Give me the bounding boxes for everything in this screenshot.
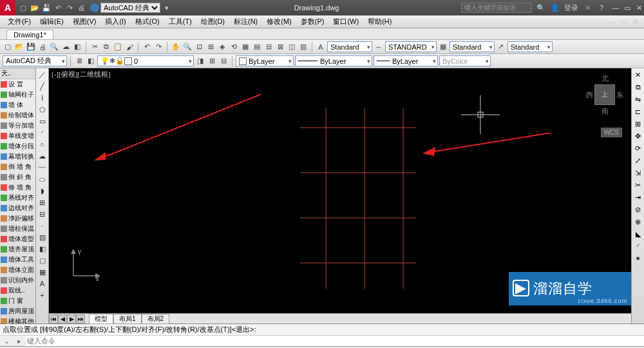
break-icon[interactable]: ⊘: [633, 204, 643, 215]
document-tab[interactable]: Drawing1*: [6, 30, 53, 39]
tz-item-17[interactable]: 墙体工具: [0, 255, 35, 265]
point-icon[interactable]: ·: [37, 220, 48, 231]
mirror-icon[interactable]: ⇋: [633, 94, 643, 104]
color-combo[interactable]: ByLayer: [236, 55, 294, 66]
pan-icon[interactable]: ✋: [171, 42, 181, 52]
ellipse-arc-icon[interactable]: ◗: [37, 186, 48, 196]
open-icon[interactable]: 📂: [30, 3, 40, 13]
viewport-label[interactable]: [-][俯视][二维线框]: [52, 70, 111, 79]
stretch-icon[interactable]: ⇲: [633, 168, 643, 178]
workspace-dropdown[interactable]: AutoCAD 经典: [100, 3, 160, 13]
sheet-icon[interactable]: ▦: [240, 42, 251, 52]
tz-item-6[interactable]: 墙体分段: [0, 141, 35, 151]
paste-icon[interactable]: 📋: [113, 42, 123, 52]
layout-tab-2[interactable]: 布局2: [142, 314, 170, 324]
panel-header[interactable]: 天..: [0, 68, 35, 79]
zoom-window-icon[interactable]: ⊡: [194, 42, 204, 52]
save-icon[interactable]: 💾: [41, 3, 52, 13]
xline-icon[interactable]: ╱: [37, 81, 48, 92]
login-link[interactable]: 登录: [564, 3, 578, 13]
textstyle-combo[interactable]: Standard: [327, 41, 372, 52]
tz-item-0[interactable]: 设 置: [0, 79, 35, 90]
linetype-combo[interactable]: ByLayer: [295, 55, 372, 66]
mleaderstyle-combo[interactable]: Standard: [507, 41, 553, 52]
open-file-icon[interactable]: 📂: [14, 42, 24, 52]
user-icon[interactable]: 👤: [550, 3, 560, 13]
viewcube-east[interactable]: 东: [616, 90, 623, 100]
menu-format[interactable]: 格式(O): [131, 15, 164, 28]
search-icon[interactable]: 🔍: [536, 3, 546, 13]
dropdown-icon[interactable]: ▾: [162, 3, 172, 13]
region-icon[interactable]: ▢: [37, 255, 48, 266]
menu-window[interactable]: 窗口(W): [329, 15, 363, 28]
command-input[interactable]: [26, 336, 644, 346]
join-icon[interactable]: ⊕: [633, 217, 643, 227]
menu-view[interactable]: 视图(V): [69, 15, 100, 28]
layout-tab-1[interactable]: 布局1: [113, 314, 142, 324]
zoom-realtime-icon[interactable]: 🔍: [182, 42, 193, 52]
tz-item-4[interactable]: 等分加墙: [0, 121, 35, 131]
polygon-icon[interactable]: ⬠: [37, 104, 48, 115]
viewcube-west[interactable]: 西: [586, 90, 593, 100]
fillet-icon[interactable]: ◜: [633, 241, 643, 251]
offset-icon[interactable]: ⊏: [633, 106, 643, 117]
exchange-icon[interactable]: ✕: [582, 3, 592, 13]
wcs-badge[interactable]: WCS: [601, 128, 622, 137]
help-icon[interactable]: ?: [596, 3, 607, 13]
tz-item-23[interactable]: 楼梯其他: [0, 316, 35, 324]
tz-item-14[interactable]: 墙柱保温: [0, 224, 35, 234]
lineweight-combo[interactable]: ByLayer: [374, 55, 438, 66]
pline-icon[interactable]: ⌇: [37, 93, 48, 103]
menu-modify[interactable]: 修改(M): [263, 15, 296, 28]
spline-icon[interactable]: 〰: [37, 162, 48, 173]
command-chevron-icon[interactable]: ⌄: [0, 337, 13, 345]
undo-icon[interactable]: ↶: [53, 3, 63, 13]
block-insert-icon[interactable]: ⊞: [37, 197, 48, 208]
menu-insert[interactable]: 插入(I): [101, 15, 129, 28]
scroll-last-icon[interactable]: ⏭: [76, 314, 85, 324]
save-file-icon[interactable]: 💾: [26, 42, 36, 52]
tz-item-9[interactable]: 倒 斜 角: [0, 172, 35, 182]
ellipse-icon[interactable]: ⬭: [37, 174, 48, 184]
doc-restore-icon[interactable]: ▭: [618, 17, 629, 27]
layer-combo[interactable]: 💡 ❄ 🔓 0: [97, 55, 194, 66]
chamfer-icon[interactable]: ◣: [633, 229, 643, 239]
tz-item-3[interactable]: 绘制墙体: [0, 110, 35, 121]
gradient-icon[interactable]: ◧: [37, 244, 48, 254]
move-icon[interactable]: ✥: [633, 131, 643, 141]
layer-iso-icon[interactable]: ◨: [195, 56, 205, 66]
match-icon[interactable]: 🖌: [124, 42, 135, 52]
workspace-selector[interactable]: AutoCAD 经典 ▾: [90, 3, 172, 13]
hatch-icon[interactable]: ▨: [37, 232, 48, 242]
viewcube-south[interactable]: 南: [586, 106, 623, 116]
menu-help[interactable]: 帮助(H): [364, 15, 395, 28]
mtext-icon[interactable]: A: [37, 278, 48, 289]
app-logo[interactable]: A: [0, 0, 15, 15]
tz-item-12[interactable]: 边线对齐: [0, 203, 35, 213]
dimstyle-icon[interactable]: ↔: [374, 42, 384, 52]
tz-item-19[interactable]: 识别内外: [0, 275, 35, 285]
menu-tools[interactable]: 工具(T): [165, 15, 196, 28]
array-icon[interactable]: ⊞: [633, 119, 643, 129]
new-icon[interactable]: ▢: [18, 3, 28, 13]
copy-icon[interactable]: ⧉: [101, 42, 111, 52]
minimize-icon[interactable]: —: [611, 3, 621, 13]
rotate-icon[interactable]: ⟳: [633, 143, 643, 153]
publish-icon[interactable]: ☁: [61, 42, 71, 52]
viewcube-north[interactable]: 北: [586, 73, 623, 83]
3ddwf-icon[interactable]: ◧: [72, 42, 82, 52]
layer-prev-icon[interactable]: ⊞: [207, 56, 217, 66]
zoom-ext-icon[interactable]: ◈: [217, 42, 227, 52]
tz-item-20[interactable]: 双线..: [0, 285, 35, 296]
dimstyle-combo[interactable]: STANDARD: [385, 41, 437, 52]
tablestyle-combo[interactable]: Standard: [450, 41, 495, 52]
rectangle-icon[interactable]: ▭: [37, 116, 48, 126]
tz-item-21[interactable]: 门 窗: [0, 296, 35, 306]
markup-icon[interactable]: ◫: [287, 42, 297, 52]
tz-item-2[interactable]: 墙 体: [0, 100, 35, 110]
tz-item-1[interactable]: 轴网柱子: [0, 90, 35, 100]
workspace-combo[interactable]: AutoCAD 经典: [3, 55, 67, 66]
cut-icon[interactable]: ✂: [90, 42, 100, 52]
ref-icon[interactable]: ⊠: [275, 42, 285, 52]
layer-state-icon[interactable]: ⊟: [218, 56, 229, 66]
